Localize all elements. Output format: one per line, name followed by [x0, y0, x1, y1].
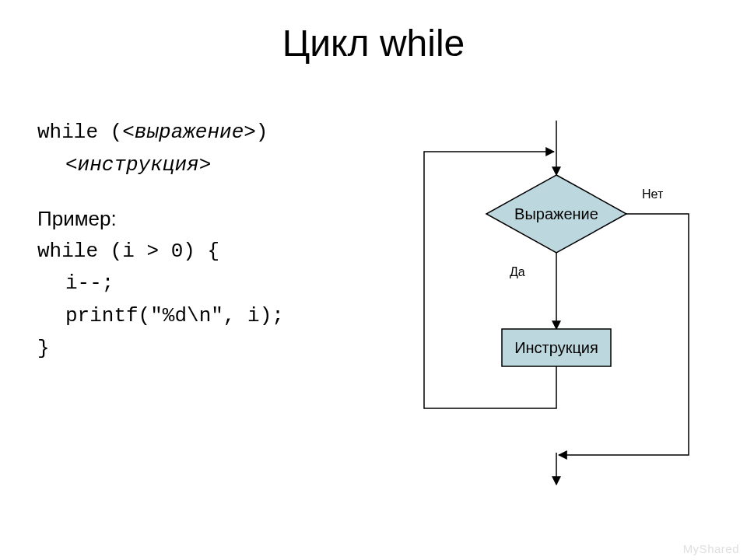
- slide: Цикл while while (<выражение>) <инструкц…: [0, 0, 747, 560]
- example-line-3: printf("%d\n", i);: [37, 300, 284, 333]
- example-label: Пример:: [37, 203, 284, 236]
- spacer: [37, 181, 284, 203]
- no-label: Нет: [642, 187, 664, 201]
- flowchart: Выражение Да Инструкция Нет: [401, 121, 728, 486]
- syntax-while-close: ): [256, 121, 268, 144]
- slide-title: Цикл while: [0, 22, 747, 65]
- syntax-expression-placeholder: <выражение>: [122, 121, 256, 144]
- example-line-1: while (i > 0) {: [37, 236, 284, 268]
- example-line-2: i--;: [37, 268, 284, 300]
- watermark: MyShared: [683, 542, 739, 555]
- syntax-while-open: while (: [37, 121, 122, 144]
- decision-label: Выражение: [514, 205, 598, 222]
- syntax-line-2: <инструкция>: [37, 149, 284, 182]
- example-line-4: }: [37, 333, 284, 366]
- syntax-line-1: while (<выражение>): [37, 117, 284, 149]
- syntax-instruction-placeholder: <инструкция>: [37, 149, 211, 182]
- yes-label: Да: [510, 265, 525, 278]
- process-label: Инструкция: [514, 339, 598, 356]
- content-block: while (<выражение>) <инструкция> Пример:…: [37, 117, 284, 365]
